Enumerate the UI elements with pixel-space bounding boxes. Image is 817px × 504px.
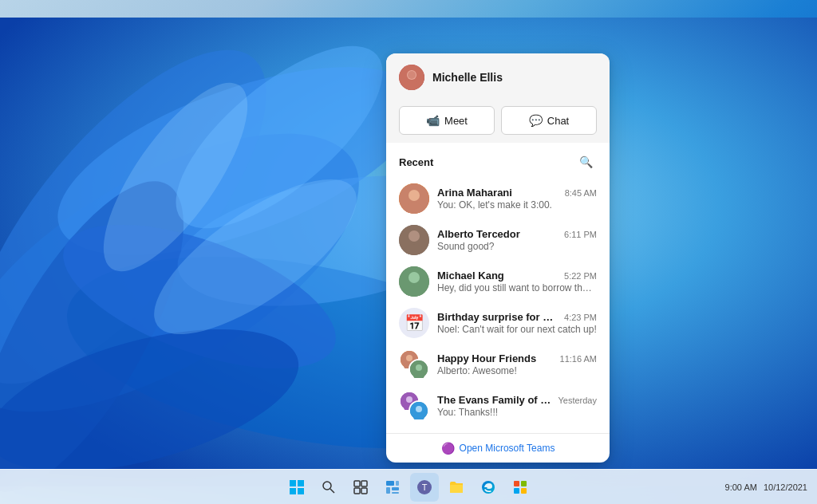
contact-item[interactable]: Ellis Family Yesterday You: That's great…	[386, 427, 610, 433]
taskbar: T	[0, 469, 817, 504]
contact-info: Birthday surprise for Mum 4:23 PM Noel: …	[437, 311, 597, 335]
svg-rect-64	[514, 488, 519, 494]
contact-avatar	[399, 266, 429, 297]
contact-preview: Noel: Can't wait for our next catch up!	[437, 324, 597, 335]
contact-item[interactable]: Alberto Tercedor 6:11 PM Sound good?	[386, 219, 610, 261]
contact-avatar-group	[399, 432, 429, 433]
recent-label: Recent	[399, 156, 433, 168]
contact-name: The Evans Family of Supers	[437, 394, 553, 406]
chat-icon: 💬	[529, 114, 543, 127]
contact-info: Michael Kang 5:22 PM Hey, did you still …	[437, 270, 597, 293]
open-teams-button[interactable]: 🟣 Open Microsoft Teams	[386, 433, 610, 463]
svg-rect-53	[386, 481, 394, 486]
svg-rect-55	[392, 487, 399, 490]
svg-rect-43	[290, 480, 296, 486]
contact-preview: Sound good?	[437, 241, 597, 252]
contact-preview: Hey, did you still want to borrow the no…	[437, 282, 597, 293]
svg-point-47	[323, 482, 331, 490]
contact-item[interactable]: Arina Maharani 8:45 AM You: OK, let's ma…	[386, 178, 610, 219]
svg-point-35	[416, 406, 422, 412]
svg-rect-56	[396, 481, 399, 486]
edge-browser-button[interactable]	[474, 473, 503, 502]
meet-button[interactable]: 📹 Meet	[399, 106, 495, 135]
svg-point-20	[408, 230, 420, 242]
svg-rect-65	[521, 488, 527, 494]
svg-rect-49	[354, 481, 360, 486]
chat-label: Chat	[547, 115, 569, 127]
widgets-button[interactable]	[378, 473, 407, 502]
taskbar-time: 9:00 AM	[725, 482, 757, 492]
contact-avatar-calendar: 📅	[399, 308, 429, 338]
contact-info: Alberto Tercedor 6:11 PM Sound good?	[437, 228, 597, 252]
action-buttons: 📹 Meet 💬 Chat	[386, 98, 610, 143]
taskbar-clock: 9:00 AM 10/12/2021	[725, 482, 807, 492]
contact-avatar	[399, 183, 429, 214]
svg-rect-62	[514, 481, 519, 486]
start-button[interactable]	[282, 473, 311, 502]
contact-info: Happy Hour Friends 11:16 AM Alberto: Awe…	[437, 352, 597, 376]
svg-rect-54	[386, 487, 390, 494]
panel-header: Michelle Ellis	[386, 53, 610, 98]
chat-button[interactable]: 💬 Chat	[501, 106, 597, 135]
contact-preview: Alberto: Awesome!	[437, 365, 597, 376]
svg-point-15	[408, 71, 416, 79]
svg-rect-46	[298, 488, 304, 494]
contact-time: 8:45 AM	[565, 188, 597, 198]
svg-rect-52	[361, 488, 367, 494]
taskbar-date: 10/12/2021	[764, 482, 807, 492]
teams-icon: 🟣	[441, 442, 455, 455]
contact-time: 4:23 PM	[564, 313, 597, 322]
svg-rect-44	[298, 480, 304, 486]
svg-point-29	[416, 364, 422, 371]
contact-list: Arina Maharani 8:45 AM You: OK, let's ma…	[386, 178, 610, 433]
avatar-image	[399, 65, 424, 90]
svg-line-48	[330, 489, 334, 493]
contact-item[interactable]: Happy Hour Friends 11:16 AM Alberto: Awe…	[386, 344, 610, 385]
svg-rect-50	[361, 481, 367, 486]
contact-name: Alberto Tercedor	[437, 228, 520, 240]
contact-avatar-group	[399, 391, 429, 421]
contact-avatar	[399, 225, 429, 255]
contact-info: The Evans Family of Supers Yesterday You…	[437, 394, 597, 418]
svg-text:T: T	[422, 482, 428, 492]
svg-rect-57	[392, 492, 399, 494]
svg-point-17	[408, 190, 420, 201]
meet-label: Meet	[444, 115, 468, 127]
contact-preview: You: Thanks!!!	[437, 407, 597, 418]
recent-header: Recent 🔍	[386, 143, 610, 178]
contact-name: Michael Kang	[437, 270, 504, 282]
svg-rect-51	[354, 488, 360, 494]
contact-name: Arina Maharani	[437, 187, 512, 199]
contact-item[interactable]: 📅 Birthday surprise for Mum 4:23 PM Noel…	[386, 302, 610, 344]
task-view-button[interactable]	[346, 473, 375, 502]
contact-time: Yesterday	[558, 396, 597, 405]
contact-info: Arina Maharani 8:45 AM You: OK, let's ma…	[437, 187, 597, 211]
search-button[interactable]	[314, 473, 343, 502]
search-recent-button[interactable]: 🔍	[574, 151, 597, 173]
footer-label: Open Microsoft Teams	[460, 443, 555, 454]
svg-rect-63	[521, 481, 527, 486]
svg-point-23	[408, 272, 420, 283]
contact-item[interactable]: The Evans Family of Supers Yesterday You…	[386, 385, 610, 427]
store-button[interactable]	[506, 473, 535, 502]
svg-rect-60	[450, 485, 463, 493]
contact-time: 11:16 AM	[560, 354, 597, 364]
user-name: Michelle Ellis	[432, 71, 503, 84]
contact-name: Happy Hour Friends	[437, 352, 536, 364]
desktop: Michelle Ellis 📹 Meet 💬 Chat Recent 🔍	[0, 0, 817, 504]
contact-name: Birthday surprise for Mum	[437, 311, 559, 323]
contact-preview: You: OK, let's make it 3:00.	[437, 199, 597, 211]
video-icon: 📹	[426, 114, 440, 127]
teams-chat-taskbar-button[interactable]: T	[410, 473, 439, 502]
user-avatar	[399, 65, 424, 90]
chat-panel: Michelle Ellis 📹 Meet 💬 Chat Recent 🔍	[386, 53, 610, 463]
contact-time: 6:11 PM	[564, 230, 597, 239]
contact-time: 5:22 PM	[564, 271, 597, 281]
file-explorer-button[interactable]	[442, 473, 471, 502]
svg-rect-45	[290, 488, 296, 494]
contact-item[interactable]: Michael Kang 5:22 PM Hey, did you still …	[386, 261, 610, 302]
contact-avatar-group	[399, 349, 429, 380]
